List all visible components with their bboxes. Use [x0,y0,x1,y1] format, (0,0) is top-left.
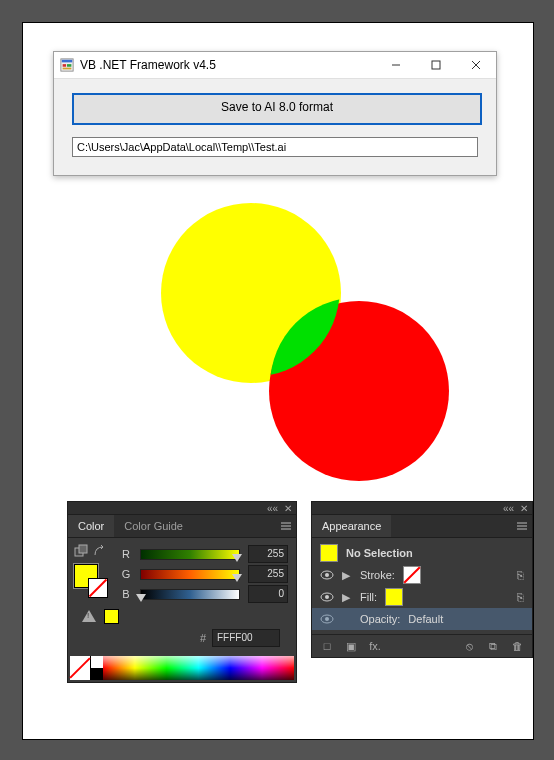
svg-rect-1 [62,60,73,63]
expand-icon[interactable]: ▶ [342,591,352,604]
svg-rect-4 [63,68,72,70]
color-panel-body: R 255 G 255 B 0 # [68,538,296,654]
stroke-link-icon[interactable]: ⎘ [517,569,524,581]
window-titlebar[interactable]: VB .NET Framework v4.5 [54,52,496,79]
stroke-swatch-none[interactable] [88,578,108,598]
svg-rect-3 [67,64,71,67]
expand-icon[interactable]: ▶ [342,569,352,582]
svg-point-20 [325,573,329,577]
b-label: B [120,588,132,600]
fill-thumb[interactable] [385,588,403,606]
stroke-thumb-none[interactable] [403,566,421,584]
b-slider[interactable] [140,589,240,600]
file-path-input[interactable] [72,137,478,157]
opacity-value[interactable]: Default [408,613,443,625]
artboard: VB .NET Framework v4.5 Save to AI 8.0 fo… [22,22,534,740]
no-selection-row: No Selection [312,542,532,564]
hue-spectrum[interactable] [103,656,294,680]
panel-menu-icon[interactable] [512,515,532,537]
tab-appearance[interactable]: Appearance [312,515,391,537]
fill-link-icon[interactable]: ⎘ [517,591,524,603]
b-value[interactable]: 0 [248,585,288,603]
appearance-body: No Selection ▶ Stroke: ⎘ ▶ Fill: ⎘ [312,538,532,634]
selection-thumb [320,544,338,562]
hex-value-input[interactable]: FFFF00 [212,629,280,647]
svg-rect-2 [63,64,67,67]
new-fill-icon[interactable]: ▣ [344,640,358,653]
close-button[interactable] [456,52,496,78]
stroke-row[interactable]: ▶ Stroke: ⎘ [312,564,532,586]
out-of-gamut-icon[interactable] [82,610,96,622]
fill-stroke-toggle-icon[interactable] [74,544,88,558]
stroke-label: Stroke: [360,569,395,581]
visibility-icon[interactable] [320,568,334,582]
none-color-icon[interactable] [70,656,91,680]
r-value[interactable]: 255 [248,545,288,563]
gamut-swatch[interactable] [104,609,119,624]
add-effect-icon[interactable]: fx. [368,640,382,652]
svg-point-10 [270,298,444,472]
window-body: Save to AI 8.0 format [54,79,496,175]
svg-point-22 [325,595,329,599]
canvas-shapes [161,203,446,493]
tab-color[interactable]: Color [68,515,114,537]
save-button[interactable]: Save to AI 8.0 format [72,93,482,125]
g-value[interactable]: 255 [248,565,288,583]
fill-stroke-swatches[interactable] [74,564,104,594]
appearance-panel: «« ✕ Appearance No Selection ▶ Stroke: [311,501,533,658]
panel-header[interactable]: «« ✕ [312,502,532,515]
opacity-row[interactable]: Opacity: Default [312,608,532,630]
new-stroke-icon[interactable]: □ [320,640,334,652]
r-slider[interactable] [140,549,240,560]
panel-menu-icon[interactable] [276,515,296,537]
app-icon [60,58,74,72]
visibility-icon[interactable] [320,612,334,626]
no-selection-label: No Selection [346,547,413,559]
maximize-button[interactable] [416,52,456,78]
tab-color-guide[interactable]: Color Guide [114,515,193,537]
hex-hash-icon: # [200,632,206,644]
vb-dialog-window: VB .NET Framework v4.5 Save to AI 8.0 fo… [53,51,497,176]
swap-icon[interactable] [92,544,106,558]
panel-close-icon[interactable]: ✕ [520,503,528,514]
svg-rect-15 [79,545,87,553]
visibility-icon[interactable] [320,590,334,604]
svg-point-24 [325,617,329,621]
panel-header[interactable]: «« ✕ [68,502,296,515]
green-intersection [161,203,446,483]
bw-column[interactable] [91,656,103,680]
panel-close-icon[interactable]: ✕ [284,503,292,514]
g-label: G [120,568,132,580]
window-title: VB .NET Framework v4.5 [80,58,376,72]
color-panel: «« ✕ Color Color Guide R [67,501,297,683]
g-slider[interactable] [140,569,240,580]
minimize-button[interactable] [376,52,416,78]
appearance-footer: □ ▣ fx. ⦸ ⧉ 🗑 [312,634,532,657]
r-label: R [120,548,132,560]
delete-icon[interactable]: 🗑 [510,640,524,652]
clear-icon[interactable]: ⦸ [462,640,476,653]
spectrum-bar[interactable] [70,656,294,680]
opacity-label: Opacity: [360,613,400,625]
panel-collapse-icon[interactable]: «« [267,503,278,514]
svg-rect-6 [432,61,440,69]
duplicate-icon[interactable]: ⧉ [486,640,500,653]
panel-collapse-icon[interactable]: «« [503,503,514,514]
fill-label: Fill: [360,591,377,603]
fill-row[interactable]: ▶ Fill: ⎘ [312,586,532,608]
